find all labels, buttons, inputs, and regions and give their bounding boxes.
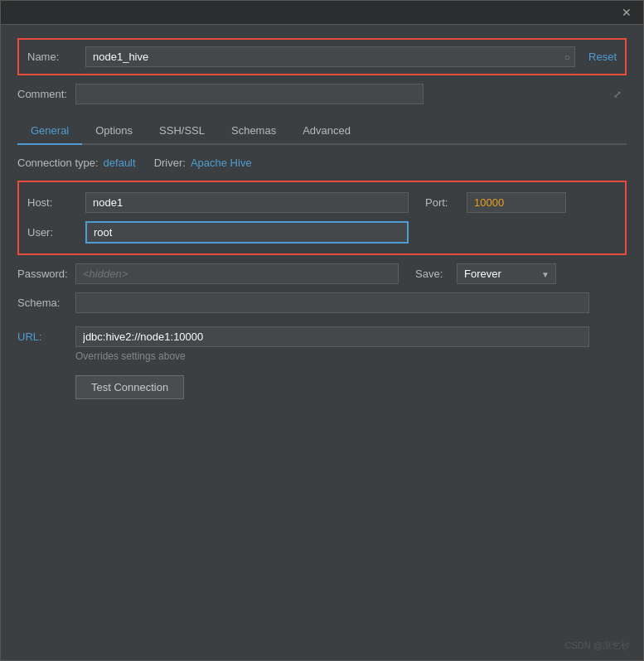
url-section: URL: Overrides settings above xyxy=(17,326,627,362)
port-section: Port: xyxy=(425,192,566,213)
dialog-content: Name: ○ Reset Comment: ⤢ General Options… xyxy=(1,25,643,413)
name-input[interactable] xyxy=(85,46,575,67)
expand-icon[interactable]: ⤢ xyxy=(613,89,622,100)
port-label: Port: xyxy=(425,196,467,209)
test-connection-button[interactable]: Test Connection xyxy=(75,375,184,399)
host-input[interactable] xyxy=(85,192,409,213)
tab-advanced[interactable]: Advanced xyxy=(289,118,364,145)
save-label: Save: xyxy=(415,268,457,280)
connection-type-value[interactable]: default xyxy=(104,157,136,169)
user-row: User: xyxy=(27,221,617,244)
url-row: URL: xyxy=(17,326,627,347)
tab-options[interactable]: Options xyxy=(82,118,146,145)
save-select-wrapper: Forever Until restart Never Ask each tim… xyxy=(457,263,556,284)
schema-row: Schema: xyxy=(17,292,627,313)
tab-sshssl[interactable]: SSH/SSL xyxy=(146,118,218,145)
reset-link[interactable]: Reset xyxy=(588,51,617,63)
comment-input-wrapper: ⤢ xyxy=(75,84,627,104)
schema-label: Schema: xyxy=(17,297,75,309)
user-input[interactable] xyxy=(85,221,409,244)
schema-input[interactable] xyxy=(75,292,589,313)
tabs-bar: General Options SSH/SSL Schemas Advanced xyxy=(17,118,627,145)
password-label: Password: xyxy=(17,268,75,280)
password-input[interactable] xyxy=(75,263,399,284)
tab-schemas[interactable]: Schemas xyxy=(218,118,289,145)
port-input[interactable] xyxy=(467,192,566,213)
tab-general[interactable]: General xyxy=(17,118,82,145)
dialog: ✕ Name: ○ Reset Comment: ⤢ General Optio… xyxy=(0,0,644,661)
name-row: Name: ○ Reset xyxy=(17,38,627,75)
connection-type-label: Connection type: xyxy=(17,157,99,169)
name-input-wrapper: ○ xyxy=(85,46,575,67)
comment-label: Comment: xyxy=(17,88,75,100)
url-label: URL: xyxy=(17,330,75,343)
clear-icon[interactable]: ○ xyxy=(564,51,570,63)
url-hint: Overrides settings above xyxy=(75,350,627,362)
comment-input[interactable] xyxy=(75,84,424,104)
driver-label: Driver: xyxy=(154,157,186,169)
comment-row: Comment: ⤢ xyxy=(17,84,627,104)
watermark: CSDN @凉乞钞 xyxy=(565,639,630,652)
driver-value[interactable]: Apache Hive xyxy=(191,157,252,169)
host-user-section: Host: Port: User: xyxy=(17,181,627,255)
user-label: User: xyxy=(27,226,85,239)
password-row: Password: Save: Forever Until restart Ne… xyxy=(17,263,627,284)
save-section: Save: Forever Until restart Never Ask ea… xyxy=(415,263,556,284)
host-row: Host: Port: xyxy=(27,192,617,213)
connection-type-row: Connection type: default Driver: Apache … xyxy=(17,157,627,169)
title-bar: ✕ xyxy=(1,1,643,25)
name-label: Name: xyxy=(27,51,85,63)
save-select[interactable]: Forever Until restart Never Ask each tim… xyxy=(457,263,556,284)
close-button[interactable]: ✕ xyxy=(617,4,637,21)
host-label: Host: xyxy=(27,196,85,209)
url-input[interactable] xyxy=(75,326,589,347)
